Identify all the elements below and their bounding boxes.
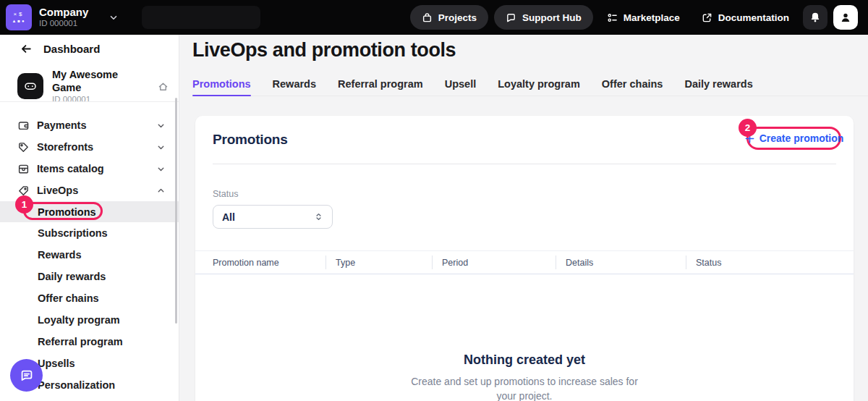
- column-header-period: Period: [432, 251, 556, 274]
- topbar: ×$▲■● Company ID 000001 Projects Support…: [0, 0, 868, 35]
- empty-state-subtitle: Create and set up promotions to increase…: [409, 374, 640, 401]
- back-label: Dashboard: [43, 43, 100, 55]
- sidebar-item-loyalty-program[interactable]: Loyalty program: [0, 309, 179, 331]
- select-stepper-icon: [314, 212, 323, 221]
- chat-fab-button[interactable]: [10, 359, 43, 392]
- marketplace-label: Marketplace: [624, 12, 680, 23]
- sidebar-item-label: Offer chains: [38, 292, 99, 304]
- sidebar-item-items-catalog[interactable]: Items catalog: [0, 158, 179, 180]
- card-title: Promotions: [213, 132, 288, 148]
- back-to-dashboard[interactable]: Dashboard: [20, 43, 100, 55]
- wallet-icon: [17, 119, 30, 132]
- page-title: LiveOps and promotion tools: [192, 39, 456, 62]
- sidebar-item-storefronts[interactable]: Storefronts: [0, 136, 179, 158]
- company-id: ID 000001: [39, 19, 88, 29]
- account-button[interactable]: [833, 5, 858, 30]
- annotation-step-2-badge: 2: [739, 119, 757, 137]
- tag-icon: [17, 141, 30, 153]
- projects-button[interactable]: Projects: [410, 5, 488, 30]
- sidebar-item-liveops[interactable]: LiveOps: [0, 180, 179, 201]
- sidebar-item-promotions-active[interactable]: Promotions 1: [0, 201, 179, 222]
- external-link-icon: [702, 12, 712, 23]
- sidebar-item-offer-chains[interactable]: Offer chains: [0, 287, 179, 309]
- column-header-status: Status: [686, 251, 836, 274]
- sidebar-item-label: LiveOps: [37, 185, 78, 196]
- create-promotion-label: Create promotion: [760, 132, 844, 144]
- bell-icon: [809, 12, 821, 23]
- status-filter: Status All: [195, 164, 854, 229]
- projects-label: Projects: [438, 12, 477, 23]
- chevron-down-icon: [156, 121, 166, 130]
- table-header-row: Promotion name Type Period Details Statu…: [195, 250, 854, 274]
- sidebar-item-label: Personalization: [38, 379, 115, 391]
- create-promotion-button[interactable]: Create promotion: [744, 132, 844, 144]
- sidebar-item-label: Storefronts: [37, 141, 93, 153]
- person-icon: [840, 12, 851, 23]
- documentation-label: Documentation: [718, 12, 789, 23]
- marketplace-link[interactable]: Marketplace: [607, 12, 680, 23]
- sidebar-item-label: Referral program: [38, 336, 123, 347]
- column-header-type: Type: [326, 251, 432, 274]
- sidebar-item-label: Promotions: [38, 206, 96, 218]
- tab-offer-chains[interactable]: Offer chains: [602, 72, 663, 96]
- column-divider: [326, 256, 326, 269]
- tab-loyalty-program[interactable]: Loyalty program: [498, 72, 580, 96]
- sidebar-item-label: Rewards: [38, 249, 81, 261]
- tab-daily-rewards[interactable]: Daily rewards: [684, 72, 752, 96]
- back-arrow-icon: [20, 43, 33, 55]
- project-name: My Awesome Game: [52, 68, 149, 94]
- sidebar-item-label: Payments: [37, 119, 87, 131]
- chat-lines-icon: [19, 368, 35, 384]
- support-hub-button[interactable]: Support Hub: [494, 5, 593, 30]
- tab-upsell[interactable]: Upsell: [445, 72, 477, 96]
- status-select[interactable]: All: [213, 205, 333, 229]
- project-switcher[interactable]: My Awesome Game ID 000001: [17, 68, 169, 105]
- status-select-value: All: [222, 211, 235, 223]
- notifications-button[interactable]: [803, 5, 827, 30]
- company-logo-icon: ×$▲■●: [6, 4, 32, 30]
- company-switcher[interactable]: ×$▲■● Company ID 000001: [0, 4, 119, 30]
- sidebar-divider: [0, 101, 179, 102]
- empty-state-title: Nothing created yet: [195, 353, 854, 368]
- chevron-down-icon: [156, 143, 166, 152]
- chevron-down-icon: [109, 12, 119, 22]
- topbar-nav: Projects Support Hub Marketplace Documen…: [410, 5, 858, 30]
- sidebar-item-label: Upsells: [38, 358, 75, 369]
- sidebar-item-referral-program[interactable]: Referral program: [0, 331, 179, 353]
- sidebar-item-payments[interactable]: Payments: [0, 114, 179, 136]
- liveops-tag-icon: [17, 185, 30, 197]
- chevron-down-icon: [156, 164, 166, 174]
- tab-referral-program[interactable]: Referral program: [338, 72, 423, 96]
- sidebar-item-label: Items catalog: [37, 163, 104, 174]
- sidebar-item-daily-rewards[interactable]: Daily rewards: [0, 266, 179, 287]
- column-divider: [432, 256, 433, 269]
- promotions-card: Promotions 2 Create promotion Status All: [195, 116, 854, 401]
- column-header-details: Details: [556, 251, 686, 274]
- sidebar-item-subscriptions[interactable]: Subscriptions: [0, 222, 179, 244]
- sidebar-item-rewards[interactable]: Rewards: [0, 244, 179, 266]
- project-id: ID 000001: [52, 94, 149, 104]
- marketplace-icon: [607, 12, 618, 23]
- sidebar-item-label: Daily rewards: [38, 271, 106, 282]
- annotation-highlight-create: 2 Create promotion: [746, 127, 841, 150]
- topbar-empty-slot[interactable]: [142, 6, 260, 29]
- chevron-up-icon: [156, 186, 166, 195]
- column-header-promotion-name: Promotion name: [213, 251, 326, 274]
- projects-icon: [422, 12, 433, 23]
- box-icon: [17, 163, 30, 175]
- tab-bar: Promotions Rewards Referral program Upse…: [192, 72, 868, 96]
- chat-bubble-icon: [506, 12, 516, 23]
- column-divider: [686, 256, 686, 269]
- tab-promotions[interactable]: Promotions: [192, 72, 251, 96]
- sidebar-scrollbar[interactable]: [175, 98, 177, 324]
- company-name: Company: [39, 6, 88, 19]
- column-divider: [556, 256, 556, 269]
- home-icon[interactable]: [158, 81, 169, 92]
- sidebar-item-label: Subscriptions: [38, 227, 108, 239]
- empty-state: Nothing created yet Create and set up pr…: [195, 353, 854, 401]
- sidebar-menu: Payments Storefronts Items catalog: [0, 114, 179, 396]
- tab-rewards[interactable]: Rewards: [273, 72, 316, 96]
- documentation-link[interactable]: Documentation: [702, 12, 789, 23]
- sidebar-item-label: Loyalty program: [38, 314, 120, 326]
- gamepad-icon: [17, 73, 43, 99]
